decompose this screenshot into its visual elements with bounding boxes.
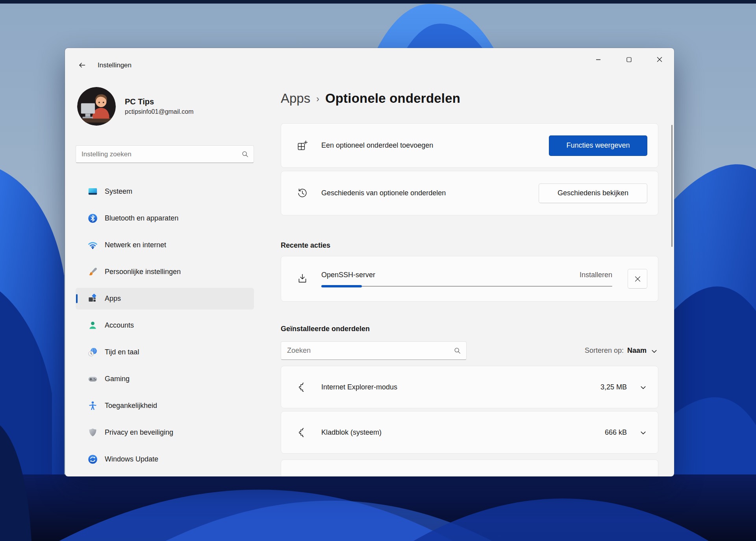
sidebar-item-windows-update[interactable]: Windows Update [76, 448, 254, 470]
cancel-install-button[interactable] [628, 269, 647, 289]
profile-block[interactable]: PC Tips pctipsinfo01@gmail.com [77, 87, 254, 126]
minimize-button[interactable] [587, 52, 610, 67]
sort-by-dropdown[interactable]: Sorteren op: Naam [585, 346, 658, 356]
page-title: Optionele onderdelen [325, 91, 460, 106]
sidebar-item-label: Netwerk en internet [105, 241, 166, 249]
recent-action-name: OpenSSH-server [321, 271, 375, 279]
sidebar-item-apps[interactable]: Apps [76, 288, 254, 309]
puzzle-icon [296, 426, 308, 438]
sidebar: PC Tips pctipsinfo01@gmail.com [76, 72, 254, 475]
component-size: 666 kB [605, 428, 627, 437]
settings-search [76, 145, 254, 163]
add-feature-icon [296, 140, 308, 152]
close-button[interactable] [648, 52, 671, 67]
sort-by-label: Sorteren op: [585, 346, 624, 355]
installed-row-kladblok[interactable]: Kladblok (systeem) 666 kB [281, 411, 658, 454]
installed-filter-row: Sorteren op: Naam [281, 341, 658, 360]
recent-action-status: Installeren [580, 271, 612, 279]
recent-action-card: OpenSSH-server Installeren [281, 256, 658, 302]
chevron-down-icon [650, 347, 658, 356]
profile-email: pctipsinfo01@gmail.com [125, 107, 194, 116]
network-icon [87, 240, 98, 250]
minimize-icon [596, 57, 601, 62]
sidebar-item-toegankelijkheid[interactable]: Toegankelijkheid [76, 395, 254, 417]
window-title: Instellingen [98, 61, 132, 69]
breadcrumb-chevron: › [316, 93, 319, 104]
progress-bar [321, 286, 612, 287]
add-feature-label: Een optioneel onderdeel toevoegen [321, 141, 549, 150]
view-history-button[interactable]: Geschiedenis bekijken [539, 183, 647, 203]
sidebar-item-label: Toegankelijkheid [105, 402, 157, 410]
add-optional-feature-card: Een optioneel onderdeel toevoegen Functi… [281, 123, 658, 168]
sidebar-item-label: Windows Update [105, 455, 158, 463]
avatar-illustration [77, 87, 116, 126]
download-icon [296, 273, 308, 285]
privacy-shield-icon [87, 427, 98, 438]
breadcrumb-parent[interactable]: Apps [281, 91, 310, 106]
installed-components-heading: Geïnstalleerde onderdelen [281, 325, 658, 333]
installed-search-input[interactable] [281, 341, 467, 360]
sidebar-nav: Systeem Bluetooth en apparaten [76, 181, 254, 470]
sidebar-item-gaming[interactable]: Gaming [76, 368, 254, 390]
main-content: Apps › Optionele onderdelen Een optionee… [281, 72, 658, 476]
history-icon [296, 187, 308, 199]
desktop: Instellingen [0, 0, 756, 541]
sidebar-item-label: Tijd en taal [105, 348, 139, 356]
maximize-button[interactable] [617, 52, 640, 67]
sidebar-item-label: Bluetooth en apparaten [105, 214, 178, 222]
sidebar-item-label: Gaming [105, 375, 130, 383]
breadcrumb: Apps › Optionele onderdelen [281, 88, 658, 109]
sidebar-item-bluetooth[interactable]: Bluetooth en apparaten [76, 208, 254, 229]
sidebar-item-netwerk[interactable]: Netwerk en internet [76, 234, 254, 256]
avatar [77, 87, 116, 126]
titlebar: Instellingen [65, 48, 674, 72]
selected-indicator [76, 294, 78, 303]
personalization-icon [87, 267, 98, 277]
installed-search [281, 341, 467, 360]
window-controls [587, 52, 671, 67]
installed-row-internet-explorer-modus[interactable]: Internet Explorer-modus 3,25 MB [281, 366, 658, 408]
view-features-button[interactable]: Functies weergeven [549, 135, 647, 156]
maximize-icon [626, 57, 632, 62]
recent-action-details: OpenSSH-server Installeren [321, 271, 612, 287]
sidebar-item-tijd-en-taal[interactable]: Tijd en taal [76, 341, 254, 363]
sidebar-item-label: Systeem [105, 187, 132, 196]
chevron-down-icon[interactable] [639, 429, 647, 437]
sidebar-item-label: Privacy en beveiliging [105, 428, 173, 437]
bluetooth-icon [87, 213, 98, 224]
close-x-icon [635, 276, 641, 282]
windows-update-icon [87, 454, 98, 465]
sidebar-item-label: Apps [105, 295, 121, 303]
sidebar-item-label: Accounts [105, 321, 134, 330]
sidebar-item-privacy[interactable]: Privacy en beveiliging [76, 422, 254, 443]
sidebar-item-accounts[interactable]: Accounts [76, 315, 254, 336]
component-name: Internet Explorer-modus [321, 383, 600, 391]
sidebar-item-label: Persoonlijke instellingen [105, 268, 181, 276]
time-language-icon [87, 347, 98, 358]
vertical-scrollbar-thumb[interactable] [671, 125, 673, 247]
puzzle-icon [296, 381, 308, 393]
system-icon [87, 186, 98, 197]
history-label: Geschiedenis van optionele onderdelen [321, 189, 539, 197]
accounts-icon [87, 320, 98, 331]
accessibility-icon [87, 400, 98, 411]
progress-bar-fill [321, 285, 362, 287]
sort-by-value: Naam [627, 346, 647, 355]
profile-name: PC Tips [125, 96, 194, 107]
close-icon [657, 57, 662, 62]
chevron-down-icon[interactable] [639, 384, 647, 392]
apps-icon [87, 293, 98, 304]
installed-row-partial[interactable] [281, 459, 658, 476]
optional-features-history-card: Geschiedenis van optionele onderdelen Ge… [281, 171, 658, 215]
settings-window: Instellingen [65, 48, 674, 476]
component-size: 3,25 MB [600, 383, 627, 391]
component-name: Kladblok (systeem) [321, 428, 605, 437]
sidebar-item-persoonlijke-instellingen[interactable]: Persoonlijke instellingen [76, 261, 254, 283]
back-arrow-icon [78, 61, 86, 69]
sidebar-item-systeem[interactable]: Systeem [76, 181, 254, 202]
gaming-icon [87, 374, 98, 384]
recent-actions-heading: Recente acties [281, 241, 658, 250]
profile-text: PC Tips pctipsinfo01@gmail.com [125, 96, 194, 116]
back-button[interactable] [75, 59, 89, 71]
settings-search-input[interactable] [76, 145, 254, 163]
